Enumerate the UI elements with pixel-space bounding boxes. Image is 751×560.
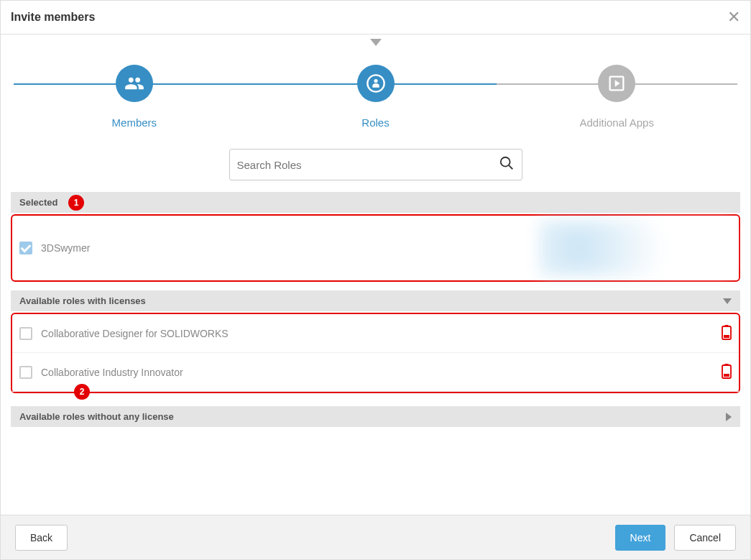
step-additional-apps[interactable]: Additional Apps — [496, 65, 737, 129]
role-label-3dswymer: 3DSwymer — [41, 242, 90, 254]
svg-point-1 — [374, 79, 377, 83]
wizard-stepper: Members Roles Additional Apps — [14, 65, 737, 129]
modal-title: Invite members — [11, 11, 95, 24]
role-row-collab-innovator[interactable]: Collaborative Industry Innovator — [12, 353, 739, 392]
svg-line-4 — [509, 165, 512, 169]
available-roles-box: Collaborative Designer for SOLIDWORKS Co… — [11, 313, 740, 393]
step-members-label: Members — [112, 116, 157, 129]
step-apps-label: Additional Apps — [579, 116, 653, 129]
checkbox-collab-designer[interactable] — [19, 327, 32, 340]
section-available-licenses-title: Available roles with licenses — [19, 295, 146, 306]
search-icon[interactable] — [499, 155, 515, 174]
step-roles[interactable]: Roles — [255, 65, 497, 129]
selected-roles-box: 3DSwymer — [11, 214, 740, 282]
checkbox-3dswymer[interactable] — [19, 242, 32, 254]
back-button[interactable]: Back — [15, 525, 68, 551]
people-icon — [116, 65, 153, 102]
cancel-button[interactable]: Cancel — [674, 525, 736, 551]
chevron-down-icon[interactable] — [723, 298, 732, 304]
modal-footer: Back Next Cancel — [1, 515, 750, 559]
next-button[interactable]: Next — [615, 525, 666, 551]
svg-rect-7 — [724, 335, 729, 338]
role-icon — [357, 65, 395, 102]
role-label-collab-designer: Collaborative Designer for SOLIDWORKS — [41, 328, 229, 339]
svg-rect-6 — [725, 325, 729, 327]
svg-point-3 — [500, 157, 510, 167]
section-no-license-title: Available roles without any license — [19, 411, 174, 422]
role-label-collab-innovator: Collaborative Industry Innovator — [41, 367, 183, 378]
callout-2: 2 — [74, 384, 90, 400]
close-icon: ✕ — [727, 8, 740, 26]
close-button[interactable]: ✕ — [727, 8, 740, 27]
step-roles-label: Roles — [361, 116, 389, 129]
step-pointer-icon — [370, 39, 382, 46]
blur-overlay — [539, 220, 733, 276]
svg-rect-10 — [724, 374, 729, 377]
section-header-available-licenses[interactable]: Available roles with licenses — [11, 290, 740, 311]
play-icon — [598, 65, 635, 102]
section-selected-title: Selected — [19, 197, 57, 208]
checkbox-collab-innovator[interactable] — [19, 366, 32, 379]
search-input[interactable] — [237, 159, 499, 171]
step-members[interactable]: Members — [14, 65, 255, 129]
low-license-icon — [722, 363, 732, 381]
section-header-no-license[interactable]: Available roles without any license — [11, 406, 740, 427]
callout-1: 1 — [68, 195, 84, 211]
svg-rect-9 — [725, 364, 729, 366]
role-row-collab-designer[interactable]: Collaborative Designer for SOLIDWORKS — [12, 314, 739, 353]
search-box[interactable] — [229, 149, 522, 180]
section-header-selected: Selected 1 — [11, 192, 740, 213]
chevron-right-icon[interactable] — [726, 413, 732, 421]
low-license-icon — [722, 324, 732, 342]
